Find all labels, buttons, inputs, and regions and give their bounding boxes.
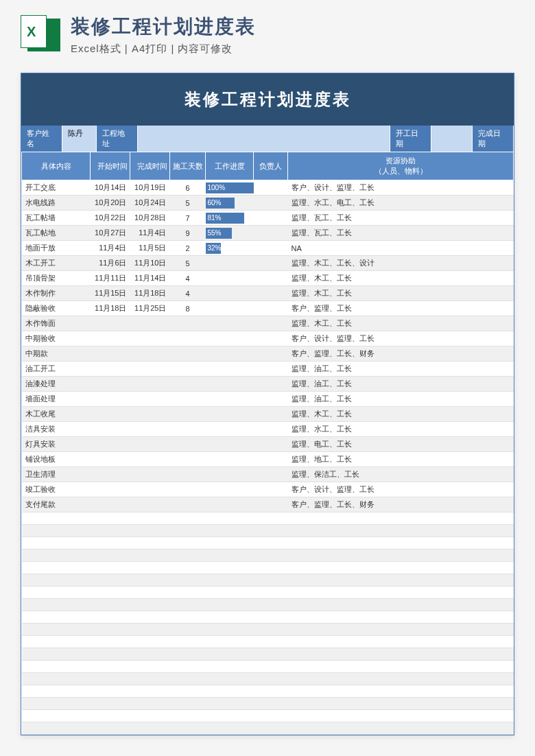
cell-content[interactable]: 中期验收	[22, 331, 91, 346]
cell-start[interactable]	[91, 437, 130, 452]
table-row[interactable]: 木工开工 11月6日 11月10日 5 监理、木工、工长、设计	[22, 256, 514, 271]
cell-content[interactable]: 水电线路	[22, 196, 91, 211]
cell-end[interactable]: 10月28日	[130, 211, 170, 226]
cell-start[interactable]	[91, 467, 130, 482]
cell-start[interactable]: 10月22日	[91, 211, 130, 226]
table-row[interactable]: 竣工验收 客户、设计、监理、工长	[22, 482, 514, 497]
cell-end[interactable]	[130, 407, 170, 422]
cell-progress[interactable]: 60%	[206, 196, 254, 211]
table-row-empty[interactable]	[22, 512, 514, 525]
cell-content[interactable]: 卫生清理	[22, 467, 91, 482]
cell-days[interactable]	[170, 392, 206, 407]
cell-days[interactable]	[170, 346, 206, 362]
cell-start[interactable]: 10月20日	[91, 196, 130, 211]
cell-days[interactable]: 4	[170, 286, 206, 301]
cell-owner[interactable]	[254, 482, 288, 497]
cell-resource[interactable]: 客户、监理、工长	[288, 301, 514, 316]
cell-owner[interactable]	[254, 316, 288, 331]
table-row-empty[interactable]	[22, 685, 514, 698]
cell-owner[interactable]	[254, 452, 288, 467]
cell-owner[interactable]	[254, 271, 288, 286]
table-row[interactable]: 吊顶骨架 11月11日 11月14日 4 监理、木工、工长	[22, 271, 514, 286]
cell-resource[interactable]: 监理、油工、工长	[288, 392, 514, 407]
cell-content[interactable]: 瓦工帖地	[22, 226, 91, 241]
cell-resource[interactable]: 客户、监理、工长、财务	[288, 497, 514, 512]
cell-resource[interactable]: 客户、监理、工长、财务	[288, 346, 514, 362]
table-row-empty[interactable]	[22, 537, 514, 550]
cell-progress[interactable]	[206, 362, 254, 377]
cell-content[interactable]: 洁具安装	[22, 422, 91, 437]
cell-days[interactable]	[170, 452, 206, 467]
cell-days[interactable]	[170, 377, 206, 392]
cell-content[interactable]: 木作制作	[22, 286, 91, 301]
cell-days[interactable]: 6	[170, 180, 206, 196]
table-row-empty[interactable]	[22, 636, 514, 648]
cell-resource[interactable]: 监理、木工、工长、设计	[288, 256, 514, 271]
table-row-empty[interactable]	[22, 698, 514, 710]
cell-end[interactable]	[130, 316, 170, 331]
cell-resource[interactable]: 监理、木工、工长	[288, 407, 514, 422]
cell-start[interactable]	[91, 407, 130, 422]
cell-end[interactable]: 10月19日	[130, 180, 170, 196]
cell-end[interactable]	[130, 452, 170, 467]
cell-progress[interactable]	[206, 286, 254, 301]
cell-owner[interactable]	[254, 256, 288, 271]
cell-start[interactable]	[91, 331, 130, 346]
cell-days[interactable]: 9	[170, 226, 206, 241]
table-row-empty[interactable]	[22, 599, 514, 611]
table-row[interactable]: 中期验收 客户、设计、监理、工长	[22, 331, 514, 346]
table-row-empty[interactable]	[22, 611, 514, 624]
cell-content[interactable]: 吊顶骨架	[22, 271, 91, 286]
cell-progress[interactable]	[206, 271, 254, 286]
cell-owner[interactable]	[254, 346, 288, 362]
cell-days[interactable]	[170, 482, 206, 497]
cell-days[interactable]	[170, 497, 206, 512]
cell-resource[interactable]: 监理、水工、工长	[288, 422, 514, 437]
cell-resource[interactable]: NA	[288, 241, 514, 256]
cell-resource[interactable]: 客户、设计、监理、工长	[288, 331, 514, 346]
table-row[interactable]: 木作饰面 监理、木工、工长	[22, 316, 514, 331]
cell-resource[interactable]: 监理、木工、工长	[288, 271, 514, 286]
cell-days[interactable]: 8	[170, 301, 206, 316]
cell-content[interactable]: 瓦工帖墙	[22, 211, 91, 226]
cell-content[interactable]: 支付尾款	[22, 497, 91, 512]
cell-progress[interactable]	[206, 392, 254, 407]
cell-owner[interactable]	[254, 180, 288, 196]
cell-content[interactable]: 木作饰面	[22, 316, 91, 331]
cell-start[interactable]: 11月18日	[91, 301, 130, 316]
table-row[interactable]: 灯具安装 监理、电工、工长	[22, 437, 514, 452]
table-row-empty[interactable]	[22, 648, 514, 661]
cell-owner[interactable]	[254, 392, 288, 407]
table-row[interactable]: 铺设地板 监理、地工、工长	[22, 452, 514, 467]
cell-content[interactable]: 油工开工	[22, 362, 91, 377]
cell-end[interactable]: 11月14日	[130, 271, 170, 286]
cell-start[interactable]: 11月15日	[91, 286, 130, 301]
cell-progress[interactable]	[206, 346, 254, 362]
table-row[interactable]: 开工交底 10月14日 10月19日 6 100% 客户、设计、监理、工长	[22, 180, 514, 196]
cell-start[interactable]: 11月6日	[91, 256, 130, 271]
cell-progress[interactable]: 81%	[206, 211, 254, 226]
cell-start[interactable]	[91, 346, 130, 362]
cell-owner[interactable]	[254, 437, 288, 452]
cell-progress[interactable]: 55%	[206, 226, 254, 241]
start-date-value[interactable]	[431, 126, 473, 152]
cell-end[interactable]	[130, 392, 170, 407]
cell-progress[interactable]: 32%	[206, 241, 254, 256]
cell-start[interactable]	[91, 392, 130, 407]
cell-progress[interactable]	[206, 331, 254, 346]
cell-resource[interactable]: 监理、木工、工长	[288, 316, 514, 331]
cell-days[interactable]	[170, 316, 206, 331]
cell-progress[interactable]	[206, 316, 254, 331]
cell-resource[interactable]: 监理、油工、工长	[288, 377, 514, 392]
cell-content[interactable]: 竣工验收	[22, 482, 91, 497]
table-row[interactable]: 卫生清理 监理、保洁工、工长	[22, 467, 514, 482]
cell-owner[interactable]	[254, 422, 288, 437]
cell-end[interactable]	[130, 362, 170, 377]
cell-resource[interactable]: 客户、设计、监理、工长	[288, 482, 514, 497]
cell-end[interactable]: 11月5日	[130, 241, 170, 256]
cell-end[interactable]: 11月25日	[130, 301, 170, 316]
cell-days[interactable]: 5	[170, 196, 206, 211]
cell-start[interactable]: 11月11日	[91, 271, 130, 286]
cell-start[interactable]: 10月27日	[91, 226, 130, 241]
cell-content[interactable]: 开工交底	[22, 180, 91, 196]
